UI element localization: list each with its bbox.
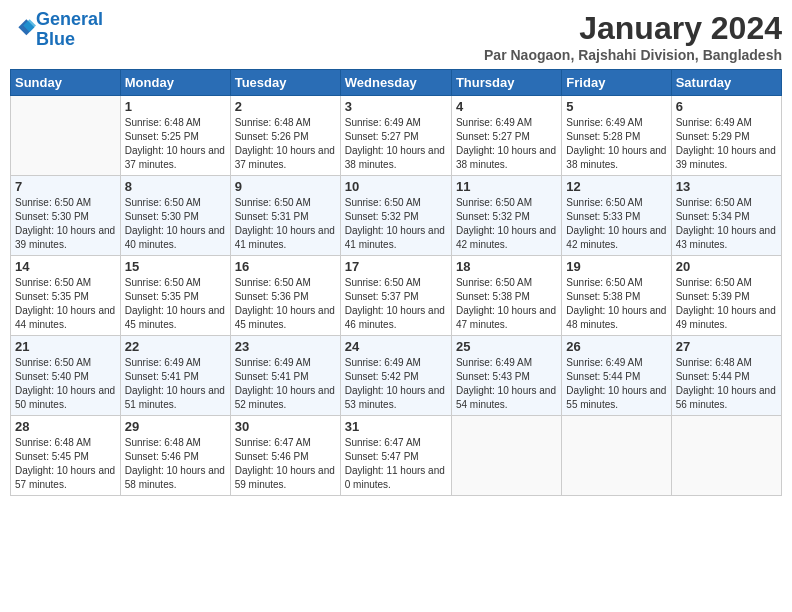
day-number: 11 [456,179,557,194]
calendar-body: 1 Sunrise: 6:48 AMSunset: 5:25 PMDayligh… [11,96,782,496]
header-wednesday: Wednesday [340,70,451,96]
day-cell: 4 Sunrise: 6:49 AMSunset: 5:27 PMDayligh… [451,96,561,176]
day-number: 9 [235,179,336,194]
header-saturday: Saturday [671,70,781,96]
day-cell [11,96,121,176]
day-number: 19 [566,259,666,274]
header-tuesday: Tuesday [230,70,340,96]
day-number: 31 [345,419,447,434]
day-cell [562,416,671,496]
week-row-1: 7 Sunrise: 6:50 AMSunset: 5:30 PMDayligh… [11,176,782,256]
day-number: 1 [125,99,226,114]
day-number: 27 [676,339,777,354]
day-cell [451,416,561,496]
week-row-4: 28 Sunrise: 6:48 AMSunset: 5:45 PMDaylig… [11,416,782,496]
day-cell: 13 Sunrise: 6:50 AMSunset: 5:34 PMDaylig… [671,176,781,256]
day-info: Sunrise: 6:50 AMSunset: 5:38 PMDaylight:… [566,277,666,330]
day-cell: 23 Sunrise: 6:49 AMSunset: 5:41 PMDaylig… [230,336,340,416]
day-cell: 15 Sunrise: 6:50 AMSunset: 5:35 PMDaylig… [120,256,230,336]
day-cell: 11 Sunrise: 6:50 AMSunset: 5:32 PMDaylig… [451,176,561,256]
calendar-table: SundayMondayTuesdayWednesdayThursdayFrid… [10,69,782,496]
day-cell: 19 Sunrise: 6:50 AMSunset: 5:38 PMDaylig… [562,256,671,336]
day-info: Sunrise: 6:49 AMSunset: 5:44 PMDaylight:… [566,357,666,410]
day-number: 5 [566,99,666,114]
day-cell: 18 Sunrise: 6:50 AMSunset: 5:38 PMDaylig… [451,256,561,336]
day-info: Sunrise: 6:47 AMSunset: 5:47 PMDaylight:… [345,437,445,490]
day-cell: 5 Sunrise: 6:49 AMSunset: 5:28 PMDayligh… [562,96,671,176]
day-cell: 20 Sunrise: 6:50 AMSunset: 5:39 PMDaylig… [671,256,781,336]
day-cell [671,416,781,496]
header-friday: Friday [562,70,671,96]
day-number: 20 [676,259,777,274]
day-number: 18 [456,259,557,274]
day-cell: 8 Sunrise: 6:50 AMSunset: 5:30 PMDayligh… [120,176,230,256]
logo-icon [12,16,36,40]
day-info: Sunrise: 6:50 AMSunset: 5:37 PMDaylight:… [345,277,445,330]
calendar-header: SundayMondayTuesdayWednesdayThursdayFrid… [11,70,782,96]
header-thursday: Thursday [451,70,561,96]
day-info: Sunrise: 6:50 AMSunset: 5:38 PMDaylight:… [456,277,556,330]
day-number: 13 [676,179,777,194]
location: Par Naogaon, Rajshahi Division, Banglade… [484,47,782,63]
day-number: 4 [456,99,557,114]
day-number: 15 [125,259,226,274]
day-info: Sunrise: 6:50 AMSunset: 5:33 PMDaylight:… [566,197,666,250]
day-number: 23 [235,339,336,354]
day-info: Sunrise: 6:49 AMSunset: 5:42 PMDaylight:… [345,357,445,410]
day-cell: 7 Sunrise: 6:50 AMSunset: 5:30 PMDayligh… [11,176,121,256]
day-info: Sunrise: 6:49 AMSunset: 5:41 PMDaylight:… [235,357,335,410]
day-number: 25 [456,339,557,354]
day-cell: 6 Sunrise: 6:49 AMSunset: 5:29 PMDayligh… [671,96,781,176]
day-info: Sunrise: 6:49 AMSunset: 5:28 PMDaylight:… [566,117,666,170]
day-cell: 26 Sunrise: 6:49 AMSunset: 5:44 PMDaylig… [562,336,671,416]
day-cell: 1 Sunrise: 6:48 AMSunset: 5:25 PMDayligh… [120,96,230,176]
day-number: 29 [125,419,226,434]
header-row: SundayMondayTuesdayWednesdayThursdayFrid… [11,70,782,96]
day-number: 30 [235,419,336,434]
day-info: Sunrise: 6:50 AMSunset: 5:31 PMDaylight:… [235,197,335,250]
day-info: Sunrise: 6:50 AMSunset: 5:30 PMDaylight:… [15,197,115,250]
day-number: 3 [345,99,447,114]
day-cell: 2 Sunrise: 6:48 AMSunset: 5:26 PMDayligh… [230,96,340,176]
logo-text: General Blue [36,10,103,50]
day-cell: 3 Sunrise: 6:49 AMSunset: 5:27 PMDayligh… [340,96,451,176]
day-number: 7 [15,179,116,194]
day-number: 26 [566,339,666,354]
day-info: Sunrise: 6:49 AMSunset: 5:27 PMDaylight:… [456,117,556,170]
day-info: Sunrise: 6:50 AMSunset: 5:35 PMDaylight:… [125,277,225,330]
day-cell: 31 Sunrise: 6:47 AMSunset: 5:47 PMDaylig… [340,416,451,496]
day-info: Sunrise: 6:50 AMSunset: 5:32 PMDaylight:… [345,197,445,250]
day-number: 24 [345,339,447,354]
day-number: 17 [345,259,447,274]
day-number: 14 [15,259,116,274]
day-info: Sunrise: 6:50 AMSunset: 5:40 PMDaylight:… [15,357,115,410]
day-number: 2 [235,99,336,114]
day-cell: 9 Sunrise: 6:50 AMSunset: 5:31 PMDayligh… [230,176,340,256]
day-info: Sunrise: 6:50 AMSunset: 5:32 PMDaylight:… [456,197,556,250]
logo-line1: General [36,9,103,29]
day-number: 28 [15,419,116,434]
day-cell: 28 Sunrise: 6:48 AMSunset: 5:45 PMDaylig… [11,416,121,496]
day-cell: 30 Sunrise: 6:47 AMSunset: 5:46 PMDaylig… [230,416,340,496]
day-cell: 27 Sunrise: 6:48 AMSunset: 5:44 PMDaylig… [671,336,781,416]
day-number: 21 [15,339,116,354]
day-cell: 22 Sunrise: 6:49 AMSunset: 5:41 PMDaylig… [120,336,230,416]
logo-line2: Blue [36,29,75,49]
logo: General Blue [10,10,103,50]
day-cell: 25 Sunrise: 6:49 AMSunset: 5:43 PMDaylig… [451,336,561,416]
day-number: 12 [566,179,666,194]
day-cell: 10 Sunrise: 6:50 AMSunset: 5:32 PMDaylig… [340,176,451,256]
day-info: Sunrise: 6:50 AMSunset: 5:36 PMDaylight:… [235,277,335,330]
header-sunday: Sunday [11,70,121,96]
day-cell: 16 Sunrise: 6:50 AMSunset: 5:36 PMDaylig… [230,256,340,336]
day-info: Sunrise: 6:48 AMSunset: 5:46 PMDaylight:… [125,437,225,490]
day-number: 22 [125,339,226,354]
day-cell: 29 Sunrise: 6:48 AMSunset: 5:46 PMDaylig… [120,416,230,496]
week-row-0: 1 Sunrise: 6:48 AMSunset: 5:25 PMDayligh… [11,96,782,176]
day-number: 8 [125,179,226,194]
day-info: Sunrise: 6:47 AMSunset: 5:46 PMDaylight:… [235,437,335,490]
day-info: Sunrise: 6:50 AMSunset: 5:39 PMDaylight:… [676,277,776,330]
month-title: January 2024 [484,10,782,47]
header-monday: Monday [120,70,230,96]
day-info: Sunrise: 6:48 AMSunset: 5:44 PMDaylight:… [676,357,776,410]
